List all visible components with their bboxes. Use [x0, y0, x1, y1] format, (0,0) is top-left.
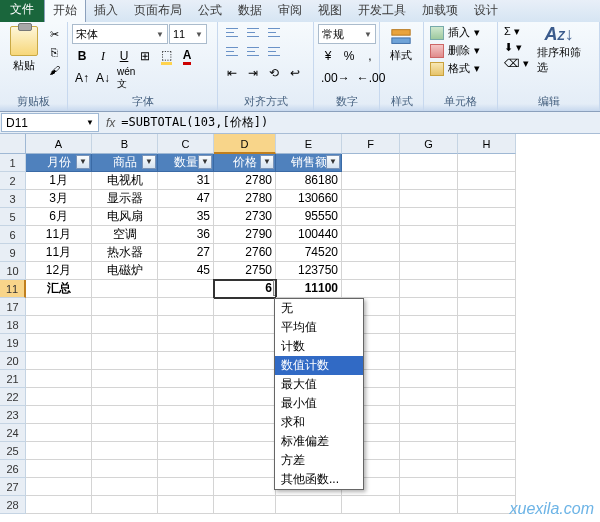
align-right[interactable]	[264, 43, 284, 61]
format-painter-button[interactable]: 🖌	[45, 62, 63, 78]
cell[interactable]	[342, 208, 400, 226]
number-format-combo[interactable]: 常规▼	[318, 24, 376, 44]
dropdown-option[interactable]: 方差	[275, 451, 363, 470]
cell[interactable]: 35	[158, 208, 214, 226]
cell[interactable]	[458, 298, 516, 316]
total-value[interactable]: 11100	[276, 280, 342, 298]
cell[interactable]: 电视机	[92, 172, 158, 190]
cell[interactable]	[158, 370, 214, 388]
cell[interactable]	[342, 190, 400, 208]
col-header-C[interactable]: C	[158, 134, 214, 154]
tab-review[interactable]: 审阅	[270, 0, 310, 22]
filter-button[interactable]: ▼	[326, 155, 340, 169]
cell[interactable]	[92, 334, 158, 352]
cell[interactable]	[158, 298, 214, 316]
dropdown-option[interactable]: 标准偏差	[275, 432, 363, 451]
cell[interactable]	[26, 460, 92, 478]
cell[interactable]	[400, 316, 458, 334]
cell[interactable]: 95550	[276, 208, 342, 226]
cell[interactable]	[26, 442, 92, 460]
table-header[interactable]: 商品▼	[92, 154, 158, 172]
cell[interactable]	[214, 478, 276, 496]
paste-button[interactable]: 粘贴	[4, 24, 43, 73]
row-header[interactable]: 25	[0, 442, 26, 460]
tab-layout[interactable]: 页面布局	[126, 0, 190, 22]
tab-insert[interactable]: 插入	[86, 0, 126, 22]
cell[interactable]	[342, 280, 400, 298]
cell[interactable]	[458, 442, 516, 460]
cell[interactable]: 2760	[214, 244, 276, 262]
col-header-A[interactable]: A	[26, 134, 92, 154]
cell[interactable]	[458, 370, 516, 388]
cell[interactable]: 11月	[26, 226, 92, 244]
cut-button[interactable]: ✂	[45, 26, 63, 42]
cell[interactable]	[158, 478, 214, 496]
bold-button[interactable]: B	[72, 46, 92, 66]
tab-formula[interactable]: 公式	[190, 0, 230, 22]
cell[interactable]	[92, 478, 158, 496]
cell[interactable]	[342, 226, 400, 244]
row-header[interactable]: 28	[0, 496, 26, 514]
cell[interactable]	[92, 280, 158, 298]
row-header[interactable]: 24	[0, 424, 26, 442]
cell[interactable]: 74520	[276, 244, 342, 262]
cell[interactable]: 电磁炉	[92, 262, 158, 280]
cell[interactable]	[400, 262, 458, 280]
formula-bar[interactable]: =SUBTOTAL(103,[价格])	[121, 114, 268, 131]
cell[interactable]	[400, 172, 458, 190]
select-all-corner[interactable]	[0, 134, 26, 154]
row-header[interactable]: 20	[0, 352, 26, 370]
insert-cells[interactable]: 插入 ▾	[428, 24, 482, 41]
tab-design[interactable]: 设计	[466, 0, 506, 22]
cell[interactable]	[214, 442, 276, 460]
copy-button[interactable]: ⎘	[45, 44, 63, 60]
cell[interactable]: 2780	[214, 172, 276, 190]
cell[interactable]	[158, 496, 214, 514]
row-header[interactable]: 10	[0, 262, 26, 280]
cell[interactable]	[400, 208, 458, 226]
sort-filter-button[interactable]: AZ↓ 排序和筛选	[537, 24, 581, 75]
cell[interactable]: 45	[158, 262, 214, 280]
cell[interactable]: 2790	[214, 226, 276, 244]
align-center[interactable]	[243, 43, 263, 61]
row-header[interactable]: 19	[0, 334, 26, 352]
cell[interactable]: 123750	[276, 262, 342, 280]
cell[interactable]	[158, 442, 214, 460]
delete-cells[interactable]: 删除 ▾	[428, 42, 482, 59]
cell[interactable]	[26, 388, 92, 406]
row-header[interactable]: 11	[0, 280, 26, 298]
cell[interactable]	[92, 442, 158, 460]
table-header[interactable]: 月份▼	[26, 154, 92, 172]
cell[interactable]	[458, 460, 516, 478]
font-color-button[interactable]: A	[177, 46, 197, 66]
cell[interactable]	[458, 334, 516, 352]
table-header[interactable]: 销售额▼	[276, 154, 342, 172]
dropdown-option[interactable]: 最大值	[275, 375, 363, 394]
font-size-combo[interactable]: 11▼	[169, 24, 207, 44]
increase-decimal[interactable]: .00→	[318, 68, 353, 88]
font-name-combo[interactable]: 宋体▼	[72, 24, 168, 44]
autosum-button[interactable]: Σ ▾	[502, 24, 531, 39]
dropdown-option[interactable]: 求和	[275, 413, 363, 432]
tab-data[interactable]: 数据	[230, 0, 270, 22]
cell[interactable]: 12月	[26, 262, 92, 280]
cell[interactable]	[458, 352, 516, 370]
format-cells[interactable]: 格式 ▾	[428, 60, 482, 77]
cell[interactable]	[458, 280, 516, 298]
row-header[interactable]: 1	[0, 154, 26, 172]
cell[interactable]	[458, 496, 516, 514]
cell[interactable]	[400, 442, 458, 460]
row-header[interactable]: 22	[0, 388, 26, 406]
tab-file[interactable]: 文件	[0, 0, 44, 22]
underline-button[interactable]: U	[114, 46, 134, 66]
cell[interactable]	[158, 424, 214, 442]
wrap-text-button[interactable]: ↩	[285, 63, 305, 83]
dropdown-option[interactable]: 无	[275, 299, 363, 318]
tab-dev[interactable]: 开发工具	[350, 0, 414, 22]
cell[interactable]	[400, 496, 458, 514]
cell[interactable]: 显示器	[92, 190, 158, 208]
name-box[interactable]: D11▼	[1, 113, 99, 132]
cell[interactable]	[342, 262, 400, 280]
cell[interactable]	[458, 226, 516, 244]
cell[interactable]	[400, 370, 458, 388]
